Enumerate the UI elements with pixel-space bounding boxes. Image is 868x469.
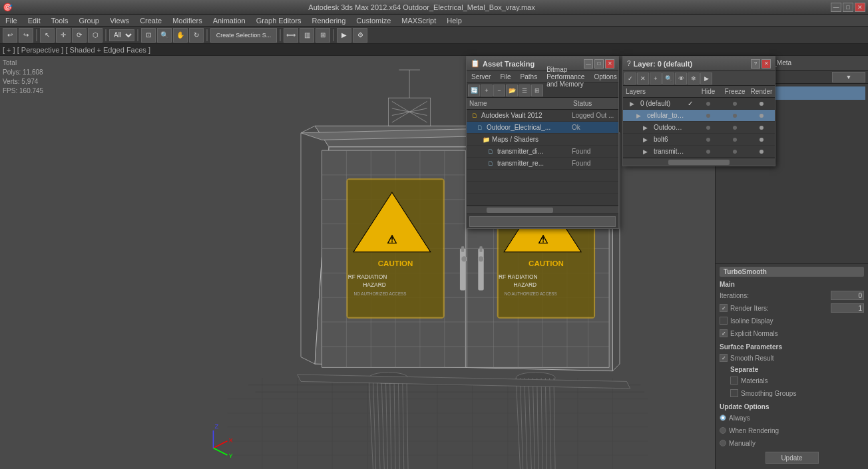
- layers-find-button[interactable]: 🔍: [662, 73, 674, 84]
- close-button[interactable]: ✕: [855, 3, 865, 12]
- asset-add-button[interactable]: +: [481, 84, 493, 96]
- rotate-button[interactable]: ⟳: [72, 28, 87, 43]
- select-button[interactable]: ↖: [40, 28, 55, 43]
- turbosmooth-smoothing-check[interactable]: [730, 389, 738, 397]
- asset-menu-file[interactable]: File: [498, 73, 513, 81]
- zoom-extents-button[interactable]: ⊡: [141, 28, 156, 43]
- menu-tools[interactable]: Tools: [49, 16, 71, 25]
- layer-icon-0: ▶: [630, 100, 639, 107]
- align-button[interactable]: ▥: [300, 28, 314, 43]
- asset-path-input[interactable]: [469, 216, 616, 227]
- asset-panel-controls[interactable]: — □ ✕: [584, 59, 614, 69]
- asset-scroll-thumb[interactable]: [487, 208, 553, 213]
- asset-row-outdoor[interactable]: 🗋 Outdoor_Electrical_... Ok: [467, 122, 618, 134]
- turbosmooth-render-iters-check[interactable]: ✓: [720, 304, 728, 312]
- turbosmooth-iterations-input[interactable]: [831, 291, 864, 300]
- layer-row-0-default[interactable]: ▶ 0 (default) ✓: [623, 98, 775, 110]
- selection-filter-dropdown[interactable]: All: [109, 29, 134, 41]
- turbosmooth-manually-radio[interactable]: [720, 440, 726, 446]
- render-button[interactable]: ▶: [337, 28, 351, 43]
- layer-row-bolt6[interactable]: ▶ bolt6: [623, 134, 775, 146]
- layers-scrollbar[interactable]: [623, 158, 775, 166]
- svg-rect-59: [460, 248, 465, 290]
- layers-render-button[interactable]: ▶: [700, 73, 712, 84]
- asset-locate-button[interactable]: 📂: [506, 84, 518, 96]
- asset-menu-paths[interactable]: Paths: [519, 73, 540, 81]
- asset-menu-server[interactable]: Server: [469, 73, 493, 81]
- menu-group[interactable]: Group: [76, 16, 102, 25]
- menu-animation[interactable]: Animation: [210, 16, 248, 25]
- window-controls[interactable]: — □ ✕: [831, 3, 865, 12]
- menu-edit[interactable]: Edit: [25, 16, 43, 25]
- asset-refresh-button[interactable]: 🔄: [468, 84, 480, 96]
- turbosmooth-explicit-row: ✓ Explicit Normals: [720, 327, 864, 339]
- asset-row-transmitter-re[interactable]: 🗋 transmitter_re... Found: [467, 158, 618, 170]
- turbosmooth-render-iters-label: Render Iters:: [730, 305, 831, 312]
- asset-menu-options[interactable]: Options: [592, 73, 618, 81]
- layers-scroll-thumb[interactable]: [668, 160, 729, 165]
- layers-minimize-button[interactable]: ?: [751, 59, 760, 69]
- scale-button[interactable]: ⬡: [88, 28, 103, 43]
- zoom-button[interactable]: 🔍: [157, 28, 172, 43]
- asset-remove-button[interactable]: −: [493, 84, 505, 96]
- mirror-button[interactable]: ⟺: [284, 28, 298, 43]
- maximize-button[interactable]: □: [843, 3, 853, 12]
- asset-row-transmitter-di[interactable]: 🗋 transmitter_di... Found: [467, 146, 618, 158]
- menu-views[interactable]: Views: [107, 16, 132, 25]
- render-settings-button[interactable]: ⚙: [353, 28, 367, 43]
- svg-line-70: [385, 378, 387, 469]
- asset-grid-view-button[interactable]: ⊞: [531, 84, 543, 96]
- layers-panel-controls[interactable]: ? ✕: [751, 59, 771, 69]
- menu-graph-editors[interactable]: Graph Editors: [254, 16, 304, 25]
- modifier-list-dropdown[interactable]: ▼: [832, 72, 865, 82]
- layers-delete-button[interactable]: ✕: [637, 73, 649, 84]
- turbosmooth-materials-check[interactable]: [730, 377, 738, 385]
- redo-button[interactable]: ↪: [19, 28, 33, 43]
- asset-menu-bitmap[interactable]: Bitmap Performance and Memory: [544, 65, 586, 88]
- menu-create[interactable]: Create: [137, 16, 164, 25]
- layers-hide-button[interactable]: 👁: [675, 73, 687, 84]
- turbosmooth-render-iters-input[interactable]: [831, 303, 864, 313]
- menu-file[interactable]: File: [3, 16, 20, 25]
- layer-row-outdoor[interactable]: ▶ Outdoor_El...I_...: [623, 122, 775, 134]
- turbosmooth-when-rendering-radio[interactable]: [720, 427, 726, 434]
- asset-scrollbar[interactable]: [467, 206, 618, 214]
- menu-help[interactable]: Help: [444, 16, 465, 25]
- layer-row-transmitter[interactable]: ▶ transmitter: [623, 146, 775, 158]
- turbosmooth-isoline-label: Isoline Display: [730, 317, 864, 325]
- turbosmooth-isoline-check[interactable]: [720, 317, 728, 325]
- named-sel-button[interactable]: Create Selection S...: [210, 28, 277, 43]
- arc-rotate-button[interactable]: ↻: [189, 28, 204, 43]
- layers-add-button[interactable]: +: [650, 73, 662, 84]
- menu-maxscript[interactable]: MAXScript: [399, 16, 439, 25]
- layer-name-outdoor: Outdoor_El...I_...: [652, 124, 686, 131]
- asset-close-button[interactable]: ✕: [605, 59, 614, 69]
- turbosmooth-manually-row: Manually: [720, 437, 864, 449]
- menu-rendering[interactable]: Rendering: [310, 16, 349, 25]
- turbosmooth-explicit-check[interactable]: ✓: [720, 329, 728, 337]
- move-button[interactable]: ✛: [56, 28, 71, 43]
- asset-list-view-button[interactable]: ☰: [519, 84, 531, 96]
- turbosmooth-always-radio[interactable]: [720, 414, 726, 421]
- layer-row-cellular[interactable]: ▶ cellular_tower: [623, 110, 775, 122]
- asset-icon-transmitter-di: 🗋: [488, 148, 496, 155]
- array-button[interactable]: ⊞: [316, 28, 330, 43]
- layers-list[interactable]: ▶ 0 (default) ✓ ▶ cellular_tower ▶ Outdo…: [623, 98, 775, 158]
- undo-button[interactable]: ↩: [3, 28, 17, 43]
- toolbar-separator-2: [105, 29, 107, 41]
- asset-row-maps[interactable]: 📁 Maps / Shaders: [467, 134, 618, 146]
- layers-freeze-button[interactable]: ❄: [688, 73, 700, 84]
- menu-customize[interactable]: Customize: [353, 16, 393, 25]
- turbosmooth-update-button[interactable]: Update: [765, 452, 819, 464]
- layers-close-button[interactable]: ✕: [761, 59, 771, 69]
- asset-tracking-icon: 📋: [471, 59, 480, 68]
- minimize-button[interactable]: —: [831, 3, 841, 12]
- menu-modifiers[interactable]: Modifiers: [170, 16, 205, 25]
- asset-row-vault[interactable]: 🗋 Autodesk Vault 2012 Logged Out ...: [467, 110, 618, 122]
- turbosmooth-smooth-check[interactable]: ✓: [720, 354, 728, 362]
- pan-button[interactable]: ✋: [173, 28, 188, 43]
- asset-list[interactable]: 🗋 Autodesk Vault 2012 Logged Out ... 🗋 O…: [467, 110, 618, 206]
- asset-maximize-button[interactable]: □: [594, 59, 604, 69]
- layer-name-cellular: cellular_tower: [646, 112, 686, 119]
- layers-check-button[interactable]: ✓: [624, 73, 636, 84]
